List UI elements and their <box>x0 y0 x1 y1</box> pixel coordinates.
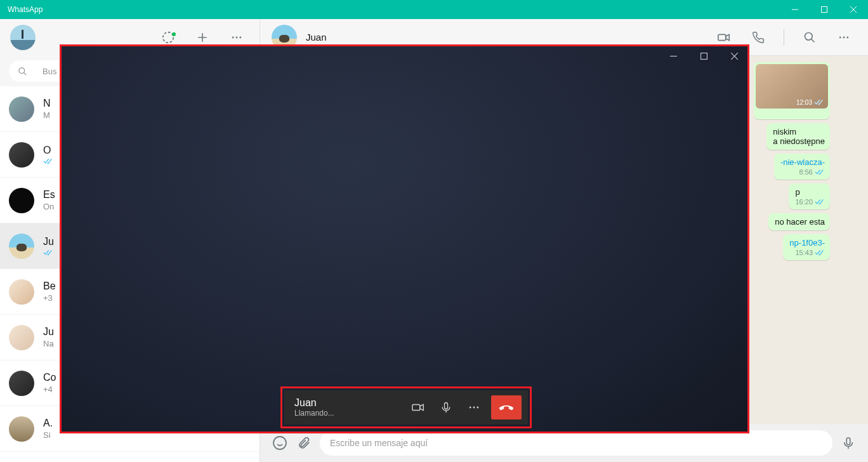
window-maximize-button[interactable] <box>810 0 839 19</box>
chat-preview: Si <box>43 430 51 440</box>
window-close-button[interactable] <box>839 0 868 19</box>
svg-point-17 <box>473 407 475 409</box>
chat-preview: On <box>43 202 54 211</box>
message-text: niskima niedostępne <box>773 127 825 146</box>
message-input-placeholder: Escribe un mensaje aquí <box>330 438 428 448</box>
chat-preview <box>43 249 53 256</box>
chat-list-item[interactable]: Elena Pisosábado <box>0 452 260 462</box>
chat-name: N <box>43 98 51 109</box>
window-minimize-button[interactable] <box>780 0 810 19</box>
chat-avatar <box>9 142 34 168</box>
chat-name: Ju <box>43 326 54 338</box>
chat-preview: +4 <box>43 385 53 394</box>
svg-point-11 <box>273 437 286 449</box>
call-minimize-button[interactable] <box>664 48 683 63</box>
message-bubble[interactable]: -nie-wlacza-8:56 <box>774 154 830 180</box>
call-maximize-button[interactable] <box>694 48 713 63</box>
call-window[interactable]: Juan Llamando... <box>62 46 747 432</box>
chat-menu-button[interactable] <box>831 25 857 50</box>
search-placeholder: Bus <box>43 67 56 76</box>
call-window-controls <box>664 48 744 63</box>
message-link[interactable]: -nie-wlacza- <box>780 157 825 167</box>
svg-point-5 <box>19 67 25 73</box>
message-bubble[interactable]: p16:20 <box>789 183 830 209</box>
message-bubble[interactable]: niskima niedostępne <box>766 123 830 150</box>
message-bubble[interactable]: 12:03 <box>754 62 830 119</box>
contact-name[interactable]: Juan <box>306 32 327 43</box>
call-info: Juan Llamando... <box>294 397 401 418</box>
svg-rect-15 <box>445 403 448 409</box>
read-receipt-icon <box>43 157 53 165</box>
attach-button[interactable] <box>296 435 312 451</box>
chat-name: A. <box>43 418 53 429</box>
toggle-video-button[interactable] <box>407 397 429 418</box>
svg-point-16 <box>470 407 471 409</box>
message-text: -nie-wlacza- <box>780 157 825 167</box>
svg-point-9 <box>843 36 845 38</box>
svg-point-7 <box>805 32 813 40</box>
call-close-button[interactable] <box>725 48 744 63</box>
message-bubble[interactable]: no hacer esta <box>768 213 830 230</box>
svg-rect-14 <box>412 404 420 410</box>
chat-name: Be <box>43 280 56 292</box>
chat-avatar <box>9 234 34 259</box>
chat-name: Es <box>43 189 55 201</box>
svg-point-4 <box>239 37 241 39</box>
svg-point-18 <box>477 407 478 409</box>
call-controls-highlight: Juan Llamando... <box>280 386 532 428</box>
message-meta: 16:20 <box>795 198 825 206</box>
message-bubble[interactable]: np-1f0e3-15:43 <box>783 234 830 260</box>
svg-point-8 <box>839 36 841 38</box>
chat-avatar <box>9 96 34 122</box>
search-in-chat-button[interactable] <box>797 25 822 50</box>
chat-avatar <box>9 325 34 350</box>
read-receipt-icon <box>43 249 53 256</box>
message-link[interactable]: np-1f0e3- <box>789 238 825 248</box>
window-title: WhatsApp <box>8 5 43 14</box>
chat-preview: +3 <box>43 293 53 303</box>
message-meta: 15:43 <box>789 249 825 256</box>
message-meta: 8:56 <box>780 168 825 176</box>
message-input[interactable]: Escribe un mensaje aquí <box>320 430 832 456</box>
chat-name: Ju <box>43 236 54 248</box>
chat-preview: M <box>43 110 50 120</box>
chat-preview <box>43 157 53 165</box>
image-thumbnail[interactable]: 12:03 <box>756 64 828 109</box>
message-text: no hacer esta <box>775 217 825 227</box>
call-controls-bar: Juan Llamando... <box>284 390 528 425</box>
call-status: Llamando... <box>294 409 401 418</box>
message-text: p <box>795 187 825 197</box>
voice-call-button[interactable] <box>746 25 771 50</box>
svg-rect-13 <box>700 53 707 59</box>
svg-point-10 <box>846 36 848 38</box>
hang-up-button[interactable] <box>491 395 522 419</box>
chat-avatar <box>9 188 34 213</box>
chat-avatar <box>9 371 34 396</box>
svg-rect-6 <box>718 34 726 40</box>
message-text: np-1f0e3- <box>789 238 825 248</box>
message-meta: 12:03 <box>796 98 824 106</box>
chat-name: O <box>43 145 51 156</box>
header-divider <box>784 29 784 46</box>
chat-name: Co <box>43 372 56 383</box>
chat-avatar <box>9 416 34 442</box>
window-controls <box>780 0 868 19</box>
chat-avatar <box>9 279 34 305</box>
call-contact-name: Juan <box>294 397 401 409</box>
voice-message-button[interactable] <box>840 435 857 451</box>
chat-preview: Na <box>43 339 54 348</box>
call-window-highlight: Juan Llamando... <box>60 44 749 433</box>
window-titlebar: WhatsApp <box>0 0 868 19</box>
svg-rect-12 <box>846 438 850 445</box>
my-avatar[interactable] <box>10 25 36 50</box>
svg-rect-0 <box>822 7 827 13</box>
toggle-mic-button[interactable] <box>435 397 457 418</box>
svg-point-3 <box>236 37 238 39</box>
call-more-button[interactable] <box>463 397 485 418</box>
status-indicator-dot <box>172 32 176 36</box>
emoji-button[interactable] <box>272 435 288 451</box>
svg-point-2 <box>232 37 234 39</box>
search-icon <box>18 67 27 76</box>
